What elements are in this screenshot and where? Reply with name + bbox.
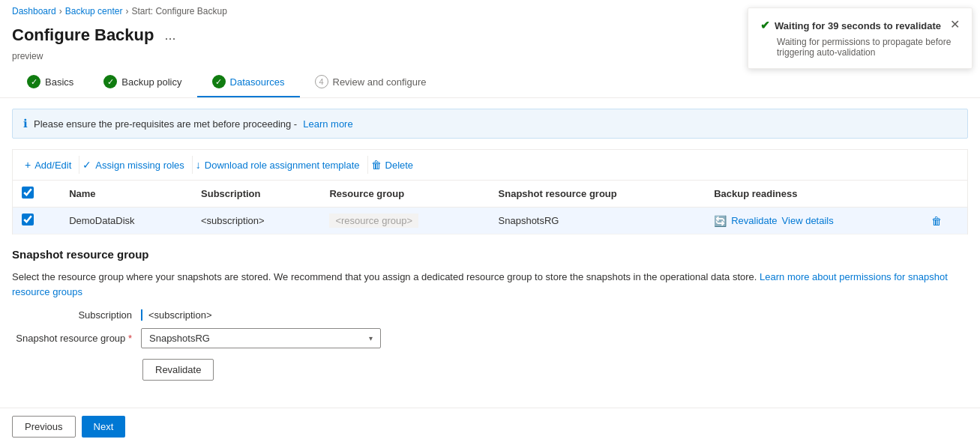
assign-roles-label: Assign missing roles bbox=[95, 160, 184, 171]
col-name: Name bbox=[60, 181, 192, 208]
check-icon: ✓ bbox=[82, 159, 91, 171]
row-name: DemoDataDisk bbox=[60, 208, 192, 234]
snapshot-rg-select[interactable]: SnapshotsRG ▾ bbox=[141, 328, 381, 348]
step-review[interactable]: 4 Review and configure bbox=[300, 66, 442, 97]
row-backup-readiness: 🔄 Revalidate View details bbox=[705, 208, 922, 234]
toolbar-container: + Add/Edit ✓ Assign missing roles ↓ Down… bbox=[12, 149, 968, 234]
ellipsis-button[interactable]: ... bbox=[160, 26, 180, 45]
view-details-link[interactable]: View details bbox=[782, 215, 834, 226]
toast-body: Waiting for permissions to propagate bef… bbox=[760, 37, 960, 58]
breadcrumb-dashboard[interactable]: Dashboard bbox=[12, 6, 56, 16]
col-subscription: Subscription bbox=[192, 181, 320, 208]
snapshot-panel: Snapshot resource group Select the resou… bbox=[0, 234, 980, 394]
step-review-icon: 4 bbox=[315, 75, 328, 88]
download-button[interactable]: ↓ Download role assignment template bbox=[193, 156, 368, 174]
trash-icon: 🗑 bbox=[371, 159, 382, 171]
toast-title-text: Waiting for 39 seconds to revalidate bbox=[775, 20, 941, 31]
col-backup-readiness: Backup readiness bbox=[705, 181, 922, 208]
table-row: DemoDataDisk <subscription> <resource gr… bbox=[13, 208, 967, 234]
revalidate-link[interactable]: Revalidate bbox=[731, 215, 777, 226]
row-checkbox[interactable] bbox=[22, 214, 34, 225]
col-resource-group: Resource group bbox=[320, 181, 489, 208]
step-basics-label: Basics bbox=[45, 76, 73, 88]
steps-bar: ✓ Basics ✓ Backup policy ✓ Datasources 4… bbox=[0, 66, 980, 98]
subscription-field: <subscription> bbox=[141, 309, 218, 321]
subscription-value: <subscription> bbox=[148, 309, 212, 321]
page-title: Configure Backup bbox=[12, 25, 154, 45]
resource-group-placeholder: <resource group> bbox=[329, 214, 418, 228]
info-bar-text: Please ensure the pre-requisites are met… bbox=[34, 118, 297, 130]
toast-header: ✔ Waiting for 39 seconds to revalidate ✕ bbox=[760, 19, 960, 32]
subscription-field-box: <subscription> bbox=[141, 309, 218, 321]
row-delete-icon[interactable]: 🗑 bbox=[931, 215, 942, 227]
toast-notification: ✔ Waiting for 39 seconds to revalidate ✕… bbox=[748, 7, 973, 69]
add-icon: + bbox=[25, 159, 31, 171]
step-datasources-icon: ✓ bbox=[212, 75, 226, 88]
select-all-checkbox[interactable] bbox=[22, 187, 34, 199]
toast-success-icon: ✔ bbox=[760, 19, 770, 32]
snapshot-rg-value: SnapshotsRG bbox=[149, 333, 210, 344]
col-snapshot-rg: Snapshot resource group bbox=[490, 181, 706, 208]
snapshot-rg-form-group: Snapshot resource group SnapshotsRG ▾ bbox=[12, 328, 968, 348]
step-datasources[interactable]: ✓ Datasources bbox=[197, 66, 300, 97]
info-icon: ℹ bbox=[23, 117, 28, 130]
revalidate-cell: 🔄 Revalidate View details bbox=[714, 215, 913, 227]
download-label: Download role assignment template bbox=[205, 160, 360, 171]
row-subscription: <subscription> bbox=[192, 208, 320, 234]
data-table: Name Subscription Resource group Snapsho… bbox=[13, 181, 967, 234]
info-bar: ℹ Please ensure the pre-requisites are m… bbox=[12, 109, 968, 139]
delete-button[interactable]: 🗑 Delete bbox=[368, 156, 421, 174]
step-backup-policy[interactable]: ✓ Backup policy bbox=[88, 66, 196, 97]
toolbar: + Add/Edit ✓ Assign missing roles ↓ Down… bbox=[13, 150, 967, 181]
snapshot-rg-label: Snapshot resource group bbox=[12, 333, 132, 344]
download-icon: ↓ bbox=[196, 159, 201, 171]
add-edit-button[interactable]: + Add/Edit bbox=[25, 156, 79, 174]
step-review-label: Review and configure bbox=[333, 76, 427, 88]
breadcrumb-backup-center[interactable]: Backup center bbox=[65, 6, 123, 16]
row-snapshot-rg: SnapshotsRG bbox=[490, 208, 706, 234]
revalidate-button[interactable]: Revalidate bbox=[142, 359, 214, 381]
snapshot-panel-description: Select the resource group where your sna… bbox=[12, 270, 968, 299]
step-backup-policy-icon: ✓ bbox=[103, 75, 117, 88]
assign-roles-button[interactable]: ✓ Assign missing roles bbox=[79, 156, 193, 174]
col-checkbox bbox=[13, 181, 60, 208]
chevron-down-icon: ▾ bbox=[369, 334, 373, 342]
snapshot-panel-title: Snapshot resource group bbox=[12, 248, 968, 261]
step-backup-policy-label: Backup policy bbox=[121, 76, 181, 88]
info-bar-link[interactable]: Learn more bbox=[303, 118, 352, 130]
row-resource-group: <resource group> bbox=[320, 208, 489, 234]
add-edit-label: Add/Edit bbox=[34, 160, 71, 171]
step-basics[interactable]: ✓ Basics bbox=[12, 66, 88, 97]
col-actions bbox=[922, 181, 967, 208]
breadcrumb-current: Start: Configure Backup bbox=[131, 6, 226, 16]
step-basics-icon: ✓ bbox=[27, 75, 40, 88]
toast-title: ✔ Waiting for 39 seconds to revalidate bbox=[760, 19, 941, 32]
delete-label: Delete bbox=[385, 160, 414, 171]
revalidate-status-icon: 🔄 bbox=[714, 215, 727, 227]
toast-close-button[interactable]: ✕ bbox=[950, 19, 960, 31]
row-checkbox-cell bbox=[13, 208, 60, 234]
subscription-label: Subscription bbox=[12, 309, 132, 321]
step-datasources-label: Datasources bbox=[230, 76, 285, 88]
subscription-form-group: Subscription <subscription> bbox=[12, 309, 968, 321]
row-delete-cell: 🗑 bbox=[922, 208, 967, 234]
